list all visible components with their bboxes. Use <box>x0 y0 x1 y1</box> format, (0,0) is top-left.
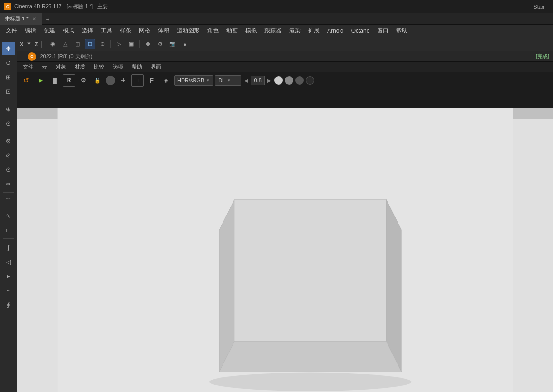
render-R-btn[interactable]: R <box>63 74 75 87</box>
tool-curve[interactable]: ∿ <box>2 209 15 222</box>
title-text: Cinema 4D R25.117 - [未标题 1 *] - 主要 <box>14 3 534 10</box>
svg-marker-5 <box>219 342 401 372</box>
menu-character[interactable]: 角色 <box>204 26 223 36</box>
render-panel-menu-icon[interactable]: ≡ <box>21 54 24 59</box>
menu-volume[interactable]: 体积 <box>154 26 173 36</box>
menu-extend[interactable]: 扩展 <box>304 26 323 36</box>
viewport-camera-icon[interactable]: ◉ <box>48 39 58 49</box>
render-menu-interface[interactable]: 界面 <box>147 62 165 72</box>
render-lock-btn[interactable]: 🔓 <box>91 74 104 87</box>
dropdown-arrow-1: ▼ <box>206 78 210 83</box>
viewport[interactable] <box>17 108 553 392</box>
menu-tools[interactable]: 工具 <box>97 26 116 36</box>
render-square-btn[interactable]: □ <box>131 74 144 87</box>
tab-active[interactable]: 未标题 1 * ✕ <box>0 13 42 25</box>
tab-add-button[interactable]: + <box>42 15 54 23</box>
viewport-grid-icon[interactable]: ◫ <box>72 39 83 49</box>
render-circle-dark[interactable] <box>295 76 304 85</box>
dropdown-arrow-2: ▼ <box>227 78 231 83</box>
render-pin-btn[interactable]: ◈ <box>160 74 172 87</box>
render-menu-compare[interactable]: 比较 <box>90 62 108 72</box>
tool-select-mode[interactable]: ⊙ <box>2 117 15 130</box>
topbar-sep <box>110 40 111 48</box>
render-kernel-label: DL <box>218 78 225 83</box>
tool-magnet[interactable]: ⊏ <box>2 223 15 236</box>
tool-draw[interactable]: ✏ <box>2 177 15 190</box>
menu-bar: 文件 编辑 创建 模式 选择 工具 样条 网格 体积 运动图形 角色 动画 模拟… <box>0 25 553 37</box>
menu-animate[interactable]: 动画 <box>223 26 242 36</box>
menu-mograph[interactable]: 运动图形 <box>173 26 204 36</box>
menu-tracker[interactable]: 跟踪器 <box>261 26 285 36</box>
render-circle-darkest[interactable] <box>306 76 314 85</box>
tool-rotate[interactable]: ↺ <box>2 56 15 69</box>
viewport-display-icon[interactable]: △ <box>60 39 70 49</box>
render-play-btn[interactable]: ▶ <box>34 74 47 87</box>
viewport-screenshot-icon[interactable]: 📷 <box>167 39 178 49</box>
render-play-back-btn[interactable]: ↺ <box>20 74 32 87</box>
tool-paint[interactable]: ⊘ <box>2 148 15 162</box>
tool-spline[interactable]: ⌒ <box>2 195 15 208</box>
viewport-render-lines[interactable]: ▷ <box>114 39 124 49</box>
render-value-control: ◀ 0.8 ▶ <box>243 76 272 85</box>
tool-eraser[interactable]: ◁ <box>2 255 15 268</box>
content-area: X Y Z ◉ △ ◫ ⊞ ⊙ ▷ ▣ ⊗ ⚙ 📷 ● ≡ O 2 <box>17 37 553 392</box>
viewport-ortho-icon[interactable]: ⊙ <box>97 39 107 49</box>
tool-extra[interactable]: ∮ <box>2 298 15 311</box>
render-value-increase[interactable]: ▶ <box>266 76 272 85</box>
menu-arnold[interactable]: Arnold <box>323 26 348 36</box>
render-status-text: [完成] <box>536 53 549 60</box>
tool-sculpt[interactable]: ⊙ <box>2 163 15 176</box>
render-menu-cloud[interactable]: 云 <box>38 62 51 72</box>
render-circle-mid[interactable] <box>285 76 293 85</box>
tool-move[interactable]: ✥ <box>2 42 15 55</box>
render-toolbar-row: ↺ ▶ ▐▌ R ⚙ 🔓 + □ F ◈ <box>17 72 553 88</box>
render-colorspace-dropdown[interactable]: HDR/sRGB ▼ <box>174 75 213 86</box>
menu-render[interactable]: 渲染 <box>285 26 304 36</box>
menu-octane[interactable]: Octane <box>348 26 374 36</box>
render-color-dark-btn[interactable] <box>106 76 115 85</box>
render-stop-btn[interactable]: ▐▌ <box>49 74 61 87</box>
menu-spline[interactable]: 样条 <box>116 26 135 36</box>
menu-select[interactable]: 选择 <box>78 26 97 36</box>
menu-window[interactable]: 窗口 <box>373 26 392 36</box>
render-menu-options[interactable]: 选项 <box>109 62 127 72</box>
menu-edit[interactable]: 编辑 <box>21 26 40 36</box>
render-circle-light[interactable] <box>274 76 283 85</box>
menu-create[interactable]: 创建 <box>40 26 59 36</box>
title-bar: C Cinema 4D R25.117 - [未标题 1 *] - 主要 Sta… <box>0 0 553 13</box>
tool-object-mode[interactable]: ⊕ <box>2 102 15 116</box>
tool-fill[interactable]: ▸ <box>2 269 15 283</box>
render-version-text: 2022.1-[R8] (0 天剩余) <box>40 53 92 60</box>
render-value-display[interactable]: 0.8 <box>251 76 265 85</box>
render-panel: ≡ O 2022.1-[R8] (0 天剩余) [完成] 文件 云 对象 材质 … <box>17 51 553 108</box>
render-menu-material[interactable]: 材质 <box>71 62 89 72</box>
tool-snap[interactable]: ⊗ <box>2 134 15 147</box>
menu-file[interactable]: 文件 <box>2 26 21 36</box>
app-icon: C <box>4 3 11 10</box>
viewport-filter-icon[interactable]: ⊗ <box>143 39 153 49</box>
render-add-btn[interactable]: + <box>117 74 129 87</box>
tool-scale[interactable]: ⊞ <box>2 70 15 84</box>
render-menu-object[interactable]: 对象 <box>52 62 70 72</box>
render-value-decrease[interactable]: ◀ <box>243 76 250 85</box>
render-kernel-dropdown[interactable]: DL ▼ <box>215 75 241 86</box>
menu-simulate[interactable]: 模拟 <box>242 26 261 36</box>
viewport-perspective-icon[interactable]: ⊞ <box>85 39 95 49</box>
render-menu-file[interactable]: 文件 <box>19 62 37 72</box>
render-menu-help[interactable]: 帮助 <box>128 62 146 72</box>
toolbar-sep-3 <box>3 192 14 193</box>
tool-smear[interactable]: ~ <box>2 284 15 297</box>
menu-mesh[interactable]: 网格 <box>135 26 154 36</box>
render-F-btn[interactable]: F <box>146 74 158 87</box>
tool-transform[interactable]: ⊡ <box>2 85 15 98</box>
z-axis-label: Z <box>35 41 38 47</box>
viewport-menu-icon[interactable]: ● <box>180 39 190 49</box>
tab-bar: 未标题 1 * ✕ + <box>0 13 553 25</box>
menu-help[interactable]: 帮助 <box>392 26 411 36</box>
tool-brush[interactable]: ∫ <box>2 241 15 254</box>
render-settings-btn[interactable]: ⚙ <box>77 74 89 87</box>
viewport-shading1[interactable]: ▣ <box>126 39 136 49</box>
tab-close-button[interactable]: ✕ <box>31 16 37 22</box>
menu-mode[interactable]: 模式 <box>59 26 78 36</box>
viewport-settings-icon[interactable]: ⚙ <box>155 39 165 49</box>
